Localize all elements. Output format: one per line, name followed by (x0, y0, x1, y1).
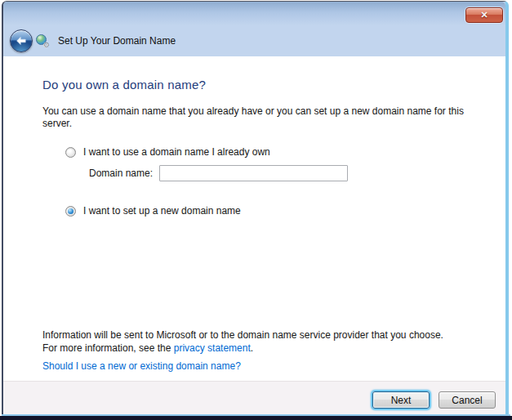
back-arrow-icon (15, 34, 28, 47)
window-bottom-shadow (0, 416, 512, 420)
notice-line2-prefix: For more information, see the (42, 342, 174, 354)
privacy-statement-link[interactable]: privacy statement (174, 342, 251, 354)
domain-name-input[interactable] (159, 165, 348, 181)
radio-own-domain[interactable] (65, 147, 76, 158)
wizard-header: ⚙ Set Up Your Domain Name (3, 25, 505, 56)
option-own-domain[interactable]: I want to use a domain name I already ow… (65, 146, 489, 158)
notice-line2-suffix: . (251, 342, 253, 354)
radio-new-domain[interactable] (65, 206, 76, 217)
wizard-title: Set Up Your Domain Name (58, 35, 176, 47)
notice-line1: Information will be sent to Microsoft or… (42, 329, 443, 341)
wizard-footer: Next Cancel (3, 381, 505, 415)
close-button[interactable]: ✕ (465, 7, 503, 23)
titlebar: ✕ (3, 2, 505, 25)
option-new-domain[interactable]: I want to set up a new domain name (65, 205, 489, 217)
cancel-button[interactable]: Cancel (439, 391, 496, 409)
option-own-domain-label[interactable]: I want to use a domain name I already ow… (83, 146, 270, 158)
notice-block: Information will be sent to Microsoft or… (42, 328, 443, 373)
radio-selected-dot (68, 208, 73, 214)
domain-name-row: Domain name: (89, 165, 489, 181)
page-title: Do you own a domain name? (42, 78, 489, 92)
wizard-content: Do you own a domain name? You can use a … (3, 56, 505, 381)
wizard-window: ✕ ⚙ Set Up Your Domain Name Do you own a… (2, 1, 509, 416)
help-link[interactable]: Should I use a new or existing domain na… (42, 360, 241, 372)
next-button[interactable]: Next (372, 391, 430, 409)
domain-globe-icon: ⚙ (36, 34, 49, 47)
intro-text: You can use a domain name that you alrea… (42, 105, 488, 130)
domain-option-group: I want to use a domain name I already ow… (65, 146, 489, 217)
gear-icon: ⚙ (43, 42, 50, 49)
back-button[interactable] (10, 29, 33, 52)
option-new-domain-label[interactable]: I want to set up a new domain name (83, 205, 241, 217)
domain-name-label: Domain name: (89, 168, 153, 179)
notice-text: Information will be sent to Microsoft or… (42, 328, 443, 355)
close-icon: ✕ (480, 11, 488, 20)
